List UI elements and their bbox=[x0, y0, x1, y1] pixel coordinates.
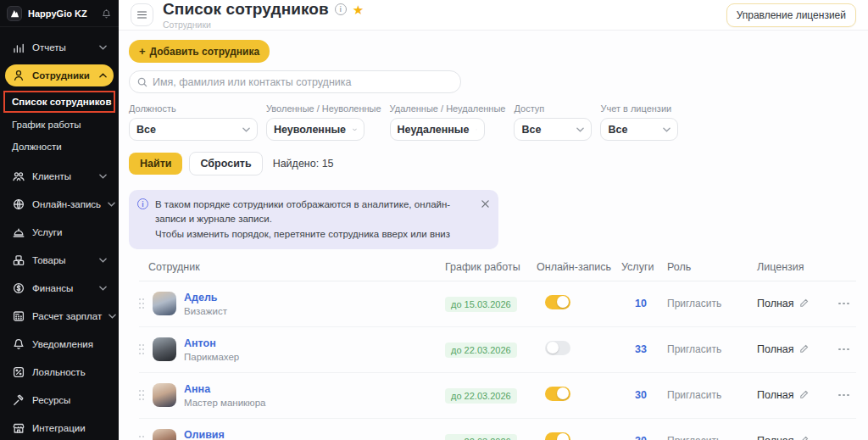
row-menu-icon[interactable] bbox=[838, 348, 849, 351]
schedule-badge[interactable]: до 22.03.2026 bbox=[445, 343, 517, 358]
chevron-down-icon bbox=[663, 127, 670, 132]
sidebar-item-loyalty[interactable]: Лояльность bbox=[5, 361, 114, 383]
filter-position: Должность Все bbox=[129, 103, 258, 141]
services-count-link[interactable]: 33 bbox=[621, 343, 667, 355]
drag-handle-icon[interactable] bbox=[139, 390, 145, 401]
page-title: Список сотрудников bbox=[163, 0, 329, 19]
sidebar-item-clients[interactable]: Клиенты bbox=[5, 165, 114, 187]
sidebar-item-resources[interactable]: Ресурсы bbox=[5, 389, 114, 411]
online-booking-toggle[interactable] bbox=[545, 387, 570, 401]
avatar bbox=[153, 429, 176, 440]
edit-icon[interactable] bbox=[799, 433, 809, 440]
online-booking-toggle[interactable] bbox=[545, 341, 570, 355]
deleted-select[interactable]: Неудаленные bbox=[390, 118, 485, 141]
hammer-icon bbox=[12, 393, 25, 407]
filter-label: Учет в лицензии bbox=[600, 103, 678, 114]
services-count-link[interactable]: 10 bbox=[621, 298, 667, 309]
edit-icon[interactable] bbox=[799, 387, 809, 403]
sidebar-item-label: Товары bbox=[32, 255, 92, 265]
toggle-knob bbox=[557, 433, 569, 440]
services-count-link[interactable]: 30 bbox=[621, 435, 667, 440]
found-count: Найдено: 15 bbox=[273, 158, 334, 170]
menu-button[interactable] bbox=[131, 3, 153, 26]
select-value: Неудаленные bbox=[398, 124, 470, 136]
drag-handle-icon[interactable] bbox=[139, 298, 145, 309]
plus-icon bbox=[139, 45, 146, 58]
table-row: Оливия Мастер маникюра до 22.03.2026 30 … bbox=[139, 419, 856, 440]
toggle-knob bbox=[547, 342, 559, 354]
sidebar-item-finance[interactable]: Финансы bbox=[5, 277, 114, 299]
license-cell: Полная bbox=[757, 342, 837, 357]
sidebar-item-positions[interactable]: Должности bbox=[3, 136, 115, 157]
table-row: Антон Парикмахер до 22.03.2026 33 Пригла… bbox=[139, 327, 856, 373]
chevron-down-icon bbox=[108, 314, 116, 319]
search-box bbox=[129, 70, 461, 93]
employee-name-link[interactable]: Анна bbox=[184, 383, 266, 395]
sidebar-item-employee-list[interactable]: Список сотрудников bbox=[3, 91, 115, 113]
page-header: Список сотрудников i ★ Сотрудники Управл… bbox=[119, 0, 868, 31]
sidebar-item-online-booking[interactable]: Онлайн-запись bbox=[5, 193, 114, 215]
bell-icon[interactable] bbox=[101, 8, 112, 19]
column-header-employee: Сотрудник bbox=[139, 261, 445, 273]
services-count-link[interactable]: 30 bbox=[621, 389, 667, 401]
license-value: Полная bbox=[757, 389, 794, 401]
close-icon[interactable] bbox=[481, 200, 489, 208]
employee-position: Парикмахер bbox=[184, 352, 239, 362]
license-accounting-select[interactable]: Все bbox=[600, 118, 678, 141]
sidebar-item-label: Отчеты bbox=[32, 42, 92, 53]
invite-link[interactable]: Пригласить bbox=[667, 343, 757, 355]
info-icon[interactable]: i bbox=[335, 3, 347, 15]
fired-select[interactable]: Неуволенные bbox=[266, 118, 364, 141]
logo-icon[interactable] bbox=[7, 6, 22, 21]
chevron-down-icon bbox=[99, 45, 107, 50]
sidebar-header: HappyGio KZ bbox=[0, 0, 119, 27]
sidebar-item-payroll[interactable]: Расчет зарплат bbox=[5, 305, 114, 327]
select-value: Все bbox=[608, 124, 656, 136]
filter-bar: Должность Все Уволенные / Неуволенные Не… bbox=[129, 103, 856, 141]
manage-license-button[interactable]: Управление лицензией bbox=[726, 3, 856, 27]
sidebar-item-label: Ресурсы bbox=[32, 395, 107, 405]
row-menu-icon[interactable] bbox=[838, 394, 849, 397]
avatar bbox=[153, 292, 176, 315]
favorite-icon[interactable]: ★ bbox=[353, 3, 364, 16]
sidebar-item-employees[interactable]: Сотрудники bbox=[5, 64, 114, 86]
schedule-badge[interactable]: до 22.03.2026 bbox=[445, 434, 517, 440]
access-select[interactable]: Все bbox=[514, 118, 592, 141]
employee-name-link[interactable]: Адель bbox=[184, 292, 227, 304]
sidebar-item-integrations[interactable]: Интеграции bbox=[5, 417, 114, 439]
sidebar-item-products[interactable]: Товары bbox=[5, 249, 114, 271]
title-block: Список сотрудников i ★ Сотрудники bbox=[163, 0, 364, 30]
invite-link[interactable]: Пригласить bbox=[667, 435, 757, 440]
edit-icon[interactable] bbox=[799, 342, 809, 357]
drag-handle-icon[interactable] bbox=[139, 344, 145, 355]
schedule-badge[interactable]: до 15.03.2026 bbox=[445, 297, 517, 312]
sidebar-item-label: Клиенты bbox=[32, 171, 92, 181]
sidebar-item-reports[interactable]: Отчеты bbox=[5, 36, 114, 58]
find-button[interactable]: Найти bbox=[129, 153, 182, 175]
brand-name: HappyGio KZ bbox=[28, 8, 95, 19]
people-icon bbox=[12, 170, 25, 183]
online-booking-toggle[interactable] bbox=[545, 295, 570, 309]
schedule-badge[interactable]: до 22.03.2026 bbox=[445, 388, 517, 404]
sidebar-nav: Отчеты Сотрудники Список сотрудников Гра… bbox=[0, 27, 119, 439]
sidebar-item-notifications[interactable]: Уведомления bbox=[5, 333, 114, 355]
employee-name-link[interactable]: Оливия bbox=[184, 429, 266, 440]
column-header-services: Услуги bbox=[621, 261, 667, 273]
filter-label: Удаленные / Неудаленные bbox=[390, 103, 506, 114]
banner-text: В таком порядке сотрудники отображаются … bbox=[155, 198, 475, 242]
sidebar-item-work-schedule[interactable]: График работы bbox=[3, 114, 115, 135]
reset-button[interactable]: Сбросить bbox=[189, 152, 262, 175]
row-menu-icon[interactable] bbox=[838, 303, 849, 305]
drag-handle-icon[interactable] bbox=[139, 436, 145, 440]
employee-name-link[interactable]: Антон bbox=[184, 337, 239, 349]
filter-access: Доступ Все bbox=[514, 103, 592, 141]
edit-icon[interactable] bbox=[799, 296, 809, 311]
search-input[interactable] bbox=[153, 76, 453, 88]
actions-row: Найти Сбросить Найдено: 15 bbox=[129, 152, 856, 175]
position-select[interactable]: Все bbox=[129, 118, 258, 141]
online-booking-toggle[interactable] bbox=[545, 432, 570, 440]
add-employee-button[interactable]: Добавить сотрудника bbox=[129, 40, 270, 63]
invite-link[interactable]: Пригласить bbox=[667, 298, 757, 309]
invite-link[interactable]: Пригласить bbox=[667, 389, 757, 401]
sidebar-item-services[interactable]: Услуги bbox=[5, 221, 114, 243]
